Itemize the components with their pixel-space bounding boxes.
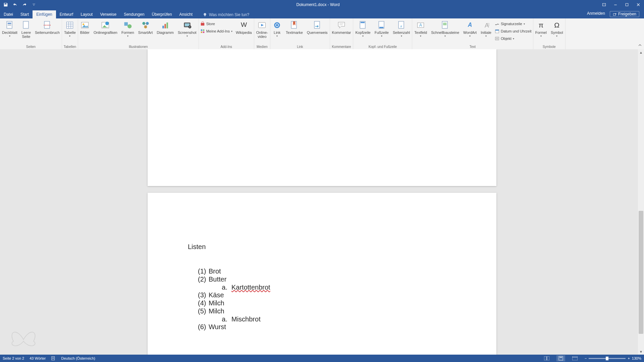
signature-button[interactable]: Signaturzeile ▾ bbox=[495, 20, 532, 27]
symbol-button[interactable]: ΩSymbol▾ bbox=[549, 20, 565, 38]
zoom-in-button[interactable]: + bbox=[628, 356, 630, 360]
smartart-button[interactable]: SmartArt bbox=[136, 20, 155, 35]
wordart-button[interactable]: AWordArt▾ bbox=[461, 20, 479, 38]
svg-text:W: W bbox=[241, 21, 247, 28]
scroll-down-button[interactable]: ▼ bbox=[638, 349, 644, 355]
table-button[interactable]: Tabelle▾ bbox=[62, 20, 78, 38]
svg-point-19 bbox=[105, 22, 109, 25]
group-label: Text bbox=[412, 45, 533, 49]
qat-customize-button[interactable] bbox=[30, 1, 38, 8]
link-button[interactable]: Link▾ bbox=[270, 20, 284, 38]
blank-page-button[interactable]: LeereSeite bbox=[19, 20, 33, 39]
crossref-button[interactable]: Querverweis bbox=[305, 20, 330, 35]
svg-point-21 bbox=[127, 24, 131, 28]
zoom-slider-thumb[interactable] bbox=[606, 357, 608, 360]
list-item[interactable]: a.Kartottenbrot bbox=[219, 284, 456, 291]
collapse-ribbon-button[interactable] bbox=[638, 43, 642, 48]
wikipedia-icon: W bbox=[239, 20, 249, 30]
svg-rect-62 bbox=[496, 38, 498, 39]
tab-einfügen[interactable]: Einfügen bbox=[33, 10, 56, 18]
minimize-button[interactable] bbox=[610, 0, 621, 9]
list-item[interactable]: (4)Milch bbox=[198, 299, 456, 307]
save-button[interactable] bbox=[2, 1, 9, 8]
page-1[interactable] bbox=[148, 49, 496, 186]
group-label: Kopf- und Fußzeile bbox=[353, 45, 412, 49]
footer-button[interactable]: Fußzeile▾ bbox=[373, 20, 391, 38]
close-button[interactable] bbox=[633, 0, 644, 9]
window-title: Dokument1.docx - Word bbox=[38, 2, 598, 7]
cover-page-button[interactable]: Deckblatt▾ bbox=[0, 20, 19, 38]
wikipedia-button[interactable]: WWikipedia bbox=[234, 20, 254, 35]
tab-ansicht[interactable]: Ansicht bbox=[176, 10, 196, 18]
redo-button[interactable] bbox=[21, 1, 28, 8]
list-item[interactable]: (3)Käse bbox=[198, 291, 456, 299]
sub-list[interactable]: a.Mischbrot bbox=[198, 315, 456, 323]
datetime-button[interactable]: Datum und Uhrzeit bbox=[495, 28, 532, 35]
document-area[interactable]: Listen (1)Brot(2)Buttera.Kartottenbrot(3… bbox=[0, 49, 644, 355]
bookmark-button[interactable]: Textmarke bbox=[284, 20, 305, 35]
share-button[interactable]: Freigeben bbox=[610, 11, 639, 17]
scrollbar-thumb[interactable] bbox=[639, 211, 643, 334]
spellcheck-icon[interactable] bbox=[51, 356, 56, 361]
web-layout-button[interactable] bbox=[571, 355, 579, 361]
tab-entwurf[interactable]: Entwurf bbox=[56, 10, 77, 18]
pictures-button[interactable]: Bilder bbox=[78, 20, 92, 35]
store-button[interactable]: Store bbox=[200, 20, 232, 27]
page-2[interactable]: Listen (1)Brot(2)Buttera.Kartottenbrot(3… bbox=[148, 193, 496, 355]
maximize-button[interactable] bbox=[621, 0, 633, 9]
pagenum-icon: # bbox=[397, 20, 406, 30]
pagenum-button[interactable]: #Seitenzahl▾ bbox=[391, 20, 412, 38]
textbox-button[interactable]: ATextfeld▾ bbox=[412, 20, 429, 38]
svg-rect-5 bbox=[8, 23, 11, 24]
zoom-slider[interactable] bbox=[589, 358, 626, 359]
numbered-list[interactable]: (1)Brot(2)Buttera.Kartottenbrot(3)Käse(4… bbox=[188, 267, 456, 331]
scrollbar-track[interactable] bbox=[638, 55, 644, 349]
ribbon-display-options-button[interactable] bbox=[598, 0, 610, 9]
sign-in-link[interactable]: Anmelden bbox=[587, 11, 605, 17]
undo-button[interactable] bbox=[11, 1, 19, 8]
sub-list[interactable]: a.Kartottenbrot bbox=[198, 284, 456, 291]
shapes-button[interactable]: Formen▾ bbox=[119, 20, 136, 38]
language-indicator[interactable]: Deutsch (Österreich) bbox=[61, 356, 95, 360]
list-item[interactable]: (2)Butter bbox=[198, 276, 456, 283]
word-count[interactable]: 43 Wörter bbox=[30, 356, 46, 360]
tab-start[interactable]: Start bbox=[17, 10, 33, 18]
screenshot-button[interactable]: Screenshot▾ bbox=[176, 20, 199, 38]
online-pictures-button[interactable]: Onlinegrafiken bbox=[92, 20, 119, 35]
svg-rect-70 bbox=[572, 356, 578, 360]
tab-überprüfen[interactable]: Überprüfen bbox=[148, 10, 176, 18]
tab-datei[interactable]: Datei bbox=[0, 10, 17, 18]
online-video-button[interactable]: Online-video bbox=[254, 20, 270, 39]
page-break-button[interactable]: Seitenumbruch bbox=[33, 20, 62, 35]
list-item[interactable]: (5)Milch bbox=[198, 307, 456, 315]
tab-verweise[interactable]: Verweise bbox=[96, 10, 120, 18]
document-heading[interactable]: Listen bbox=[188, 243, 456, 251]
tab-sendungen[interactable]: Sendungen bbox=[120, 10, 148, 18]
header-button[interactable]: Kopfzeile▾ bbox=[353, 20, 372, 38]
equation-button[interactable]: πFormel▾ bbox=[533, 20, 549, 38]
chart-button[interactable]: Diagramm bbox=[155, 20, 176, 35]
read-mode-button[interactable] bbox=[542, 355, 551, 361]
list-item[interactable]: (6)Wurst bbox=[198, 323, 456, 331]
object-button[interactable]: Objekt ▾ bbox=[495, 35, 532, 42]
addins-button[interactable]: Meine Add-Ins ▾ bbox=[200, 28, 232, 35]
watermark-icon bbox=[7, 324, 40, 351]
vertical-scrollbar[interactable]: ▲ ▼ bbox=[638, 49, 644, 355]
header-icon bbox=[358, 20, 368, 30]
quickparts-button[interactable]: Schnellbausteine▾ bbox=[429, 20, 461, 38]
zoom-level[interactable]: 130% bbox=[632, 356, 641, 360]
table-icon bbox=[65, 20, 74, 30]
comment-button[interactable]: Kommentar bbox=[330, 20, 353, 35]
print-layout-button[interactable] bbox=[556, 355, 565, 361]
blank-page-icon bbox=[21, 20, 31, 30]
dropcap-button[interactable]: AInitiale▾ bbox=[479, 20, 493, 38]
page-indicator[interactable]: Seite 2 von 2 bbox=[3, 356, 24, 360]
tab-layout[interactable]: Layout bbox=[77, 10, 96, 18]
svg-text:Ω: Ω bbox=[554, 21, 559, 29]
list-item[interactable]: a.Mischbrot bbox=[219, 315, 456, 323]
zoom-out-button[interactable]: − bbox=[585, 356, 587, 360]
chart-icon bbox=[161, 20, 170, 30]
tell-me-search[interactable]: Was möchten Sie tun? bbox=[203, 12, 249, 18]
list-item[interactable]: (1)Brot bbox=[198, 267, 456, 275]
scroll-up-button[interactable]: ▲ bbox=[638, 49, 644, 55]
